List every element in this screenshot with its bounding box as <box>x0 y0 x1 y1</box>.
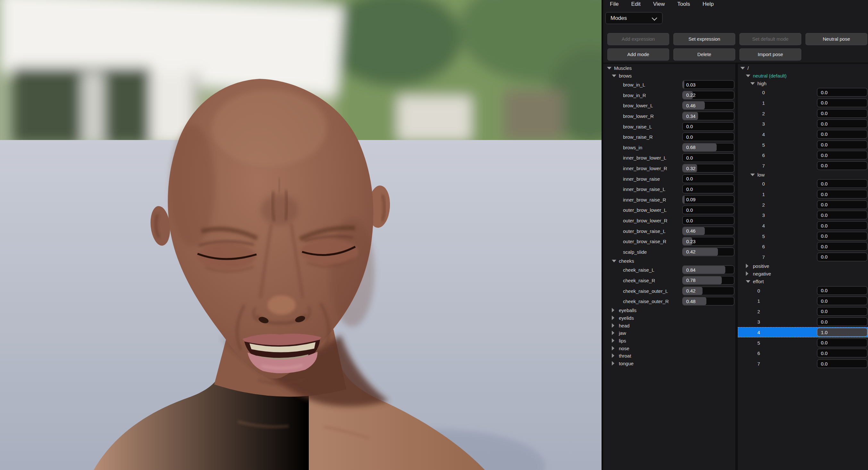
slider-field[interactable]: 0.0 <box>817 109 867 118</box>
triangle-down-icon[interactable] <box>746 75 750 77</box>
pose-slider-row[interactable]: 60.0 <box>738 150 868 161</box>
slider-field[interactable]: 0.0 <box>817 297 867 305</box>
triangle-down-icon[interactable] <box>612 260 616 262</box>
pose-slider-row[interactable]: 20.0 <box>738 306 868 317</box>
slider-field[interactable]: 0.0 <box>682 154 734 162</box>
muscle-row-outer-brow-raise-l[interactable]: outer_brow_raise_L0.46 <box>606 226 735 236</box>
muscle-row-outer-brow-raise-r[interactable]: outer_brow_raise_R0.23 <box>606 236 735 247</box>
pose-slider-row[interactable]: 70.0 <box>738 252 868 262</box>
slider-field[interactable]: 0.0 <box>817 338 867 347</box>
menu-help[interactable]: Help <box>703 1 714 7</box>
muscle-row-brow-raise-l[interactable]: brow_raise_L0.0 <box>606 121 735 132</box>
pose-slider-row[interactable]: 30.0 <box>738 210 868 221</box>
muscle-row-brow-in-r[interactable]: brow_in_R0.22 <box>606 90 735 101</box>
menu-file[interactable]: File <box>610 1 619 7</box>
slider-field[interactable]: 0.0 <box>682 122 734 131</box>
slider-field[interactable]: 0.0 <box>817 151 867 160</box>
slider-field[interactable]: 0.46 <box>682 227 734 235</box>
slider-field[interactable]: 0.0 <box>817 179 867 188</box>
slider-field[interactable]: 0.0 <box>817 190 867 199</box>
slider-field[interactable]: 0.42 <box>682 287 734 295</box>
tree-group-nose[interactable]: nose <box>606 344 735 352</box>
pose-slider-row[interactable]: 40.0 <box>738 129 868 140</box>
triangle-down-icon[interactable] <box>612 75 616 77</box>
viewport-3d[interactable] <box>0 0 601 470</box>
pose-slider-row[interactable]: 00.0 <box>738 285 868 296</box>
muscle-row-inner-brow-raise-r[interactable]: inner_brow_raise_R0.09 <box>606 195 735 205</box>
tree-group-negative[interactable]: negative <box>738 270 868 277</box>
triangle-right-icon[interactable] <box>612 338 614 343</box>
pose-slider-row[interactable]: 60.0 <box>738 241 868 252</box>
set-expression-button[interactable]: Set expression <box>673 33 735 45</box>
slider-field[interactable]: 0.46 <box>682 101 734 110</box>
triangle-right-icon[interactable] <box>746 271 748 276</box>
pose-slider-row[interactable]: 70.0 <box>738 160 868 171</box>
tree-group-eyelids[interactable]: eyelids <box>606 314 735 322</box>
slider-field[interactable]: 0.0 <box>817 232 867 240</box>
tree-group-brows[interactable]: brows <box>606 72 735 79</box>
slider-field[interactable]: 0.0 <box>817 349 867 358</box>
tree-group-lips[interactable]: lips <box>606 337 735 344</box>
slider-field[interactable]: 0.32 <box>682 164 734 173</box>
slider-field[interactable]: 0.0 <box>817 120 867 128</box>
slider-field[interactable]: 0.42 <box>682 247 734 256</box>
pose-slider-row[interactable]: 00.0 <box>738 178 868 189</box>
slider-field[interactable]: 0.0 <box>817 98 867 107</box>
pose-slider-row[interactable]: 20.0 <box>738 108 868 119</box>
slider-field[interactable]: 0.0 <box>817 88 867 97</box>
slider-field[interactable]: 0.0 <box>817 242 867 251</box>
slider-field[interactable]: 0.0 <box>817 222 867 230</box>
pose-slider-row[interactable]: 00.0 <box>738 87 868 98</box>
slider-field[interactable]: 0.0 <box>817 140 867 149</box>
menu-tools[interactable]: Tools <box>677 1 690 7</box>
triangle-right-icon[interactable] <box>612 331 614 335</box>
add-mode-button[interactable]: Add mode <box>607 48 669 61</box>
slider-field[interactable]: 0.0 <box>817 360 867 368</box>
set-default-mode-button[interactable]: Set default mode <box>739 33 801 45</box>
menu-view[interactable]: View <box>653 1 665 7</box>
muscle-row-cheek-raise-outer-r[interactable]: cheek_raise_outer_R0.48 <box>606 296 735 307</box>
slider-field[interactable]: 0.0 <box>817 211 867 220</box>
slider-field[interactable]: 0.0 <box>817 286 867 295</box>
muscle-row-brows-in[interactable]: brows_in0.68 <box>606 142 735 153</box>
triangle-right-icon[interactable] <box>612 308 614 312</box>
slider-field[interactable]: 1.0 <box>817 328 867 337</box>
tree-group-tongue[interactable]: tongue <box>606 360 735 367</box>
menu-edit[interactable]: Edit <box>631 1 640 7</box>
slider-field[interactable]: 0.09 <box>682 195 734 204</box>
tree-group-eyeballs[interactable]: eyeballs <box>606 306 735 314</box>
tree-group-effort[interactable]: effort <box>738 277 868 285</box>
pose-slider-row[interactable]: 10.0 <box>738 189 868 200</box>
slider-field[interactable]: 0.34 <box>682 112 734 121</box>
slider-field[interactable]: 0.0 <box>682 133 734 141</box>
muscle-row-scalp-slide[interactable]: scalp_slide0.42 <box>606 247 735 257</box>
slider-field[interactable]: 0.22 <box>682 91 734 99</box>
pose-slider-row[interactable]: 50.0 <box>738 139 868 150</box>
slider-field[interactable]: 0.48 <box>682 297 734 306</box>
muscle-row-brow-in-l[interactable]: brow_in_L0.03 <box>606 79 735 90</box>
muscle-row-cheek-raise-outer-l[interactable]: cheek_raise_outer_L0.42 <box>606 286 735 296</box>
tree-group-cheeks[interactable]: cheeks <box>606 257 735 265</box>
muscle-row-inner-brow-raise[interactable]: inner_brow_raise0.0 <box>606 173 735 184</box>
triangle-down-icon[interactable] <box>740 67 745 69</box>
muscle-row-inner-brow-raise-l[interactable]: inner_brow_raise_L0.0 <box>606 184 735 195</box>
slider-field[interactable]: 0.23 <box>682 237 734 246</box>
slider-field[interactable]: 0.84 <box>682 266 734 274</box>
tree-group-positive[interactable]: positive <box>738 262 868 270</box>
slider-field[interactable]: 0.0 <box>682 185 734 194</box>
tree-group-high[interactable]: high <box>738 79 868 87</box>
neutral-pose-button[interactable]: Neutral pose <box>805 33 867 45</box>
triangle-right-icon[interactable] <box>612 315 614 320</box>
slider-field[interactable]: 0.0 <box>817 200 867 209</box>
slider-field[interactable]: 0.68 <box>682 143 734 152</box>
slider-field[interactable]: 0.0 <box>682 216 734 225</box>
muscle-row-brow-lower-r[interactable]: brow_lower_R0.34 <box>606 111 735 122</box>
pose-slider-row[interactable]: 40.0 <box>738 221 868 231</box>
tree-group-muscles[interactable]: Muscles <box>606 64 735 72</box>
triangle-down-icon[interactable] <box>750 82 755 85</box>
triangle-right-icon[interactable] <box>612 361 614 366</box>
muscle-row-cheek-raise-r[interactable]: cheek_raise_R0.78 <box>606 275 735 286</box>
muscle-row-brow-raise-r[interactable]: brow_raise_R0.0 <box>606 132 735 142</box>
pose-slider-row[interactable]: 30.0 <box>738 119 868 129</box>
muscle-row-inner-brow-lower-r[interactable]: inner_brow_lower_R0.32 <box>606 163 735 174</box>
